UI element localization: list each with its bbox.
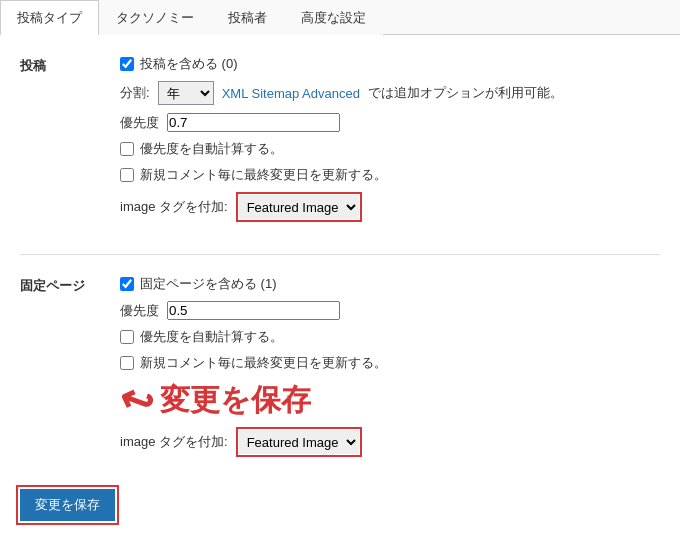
section-divider [20,254,660,255]
tab-author[interactable]: 投稿者 [211,0,284,35]
page-image-tag-select[interactable]: Featured Image None All Images [239,430,359,454]
post-priority-input[interactable] [167,113,340,132]
page-update-comment-checkbox[interactable] [120,356,134,370]
page-include-checkbox[interactable] [120,277,134,291]
tab-content: 投稿 投稿を含める (0) 分割: 年 月 週 日 [0,35,680,541]
page-update-comment-text: 新規コメント毎に最終変更日を更新する。 [140,354,387,372]
post-auto-priority-checkbox[interactable] [120,142,134,156]
post-image-tag-row: image タグを付加: Featured Image None All Ima… [120,192,660,222]
page-auto-priority-checkbox[interactable] [120,330,134,344]
page-auto-priority-label[interactable]: 優先度を自動計算する。 [120,328,283,346]
page-section-fields: 固定ページを含める (1) 優先度 優先度を自動計算する。 [120,275,660,465]
page-include-text: 固定ページを含める (1) [140,275,277,293]
post-section-label: 投稿 [20,55,120,230]
tab-post-type[interactable]: 投稿タイプ [0,0,99,35]
post-section: 投稿 投稿を含める (0) 分割: 年 月 週 日 [20,55,660,230]
arrow-symbol: ↩ [114,376,160,425]
post-update-comment-row: 新規コメント毎に最終変更日を更新する。 [120,166,660,184]
page-section: 固定ページ 固定ページを含める (1) 優先度 [20,275,660,465]
post-auto-priority-label[interactable]: 優先度を自動計算する。 [120,140,283,158]
post-update-comment-label[interactable]: 新規コメント毎に最終変更日を更新する。 [120,166,387,184]
page-include-row: 固定ページを含める (1) [120,275,660,293]
post-update-comment-checkbox[interactable] [120,168,134,182]
page-wrapper: 投稿タイプ タクソノミー 投稿者 高度な設定 投稿 投稿を含める (0) 分割: [0,0,680,546]
page-include-label[interactable]: 固定ページを含める (1) [120,275,277,293]
post-priority-row: 優先度 [120,113,660,132]
page-priority-input[interactable] [167,301,340,320]
post-split-link-suffix: では追加オプションが利用可能。 [368,84,563,102]
save-button[interactable]: 変更を保存 [20,489,115,521]
page-section-label: 固定ページ [20,275,120,465]
post-image-tag-select[interactable]: Featured Image None All Images [239,195,359,219]
post-auto-priority-text: 優先度を自動計算する。 [140,140,283,158]
page-priority-label: 優先度 [120,302,159,320]
post-split-select[interactable]: 年 月 週 日 なし [158,81,214,105]
post-auto-priority-row: 優先度を自動計算する。 [120,140,660,158]
post-update-comment-text: 新規コメント毎に最終変更日を更新する。 [140,166,387,184]
post-priority-label: 優先度 [120,114,159,132]
post-image-tag-select-wrapper: Featured Image None All Images [236,192,362,222]
page-auto-priority-row: 優先度を自動計算する。 [120,328,660,346]
post-split-label: 分割: [120,84,150,102]
post-split-link[interactable]: XML Sitemap Advanced [222,86,360,101]
annotation-text: 変更を保存 [160,380,311,421]
page-priority-row: 優先度 [120,301,660,320]
post-image-tag-label: image タグを付加: [120,198,228,216]
tab-taxonomy[interactable]: タクソノミー [99,0,211,35]
tabs-bar: 投稿タイプ タクソノミー 投稿者 高度な設定 [0,0,680,35]
page-image-tag-row: image タグを付加: Featured Image None All Ima… [120,427,660,457]
page-image-tag-label: image タグを付加: [120,433,228,451]
page-image-tag-annotation-area: ↩ 変更を保存 image タグを付加: Featured Image None… [120,380,660,457]
post-include-label[interactable]: 投稿を含める (0) [120,55,238,73]
page-image-tag-select-wrapper: Featured Image None All Images [236,427,362,457]
tab-advanced[interactable]: 高度な設定 [284,0,383,35]
save-btn-wrapper: 変更を保存 [20,489,660,521]
post-split-row: 分割: 年 月 週 日 なし XML Sitemap Advanced では追加… [120,81,660,105]
page-update-comment-row: 新規コメント毎に最終変更日を更新する。 [120,354,660,372]
post-include-text: 投稿を含める (0) [140,55,238,73]
post-include-checkbox[interactable] [120,57,134,71]
annotation-label: ↩ 変更を保存 [120,380,311,421]
page-auto-priority-text: 優先度を自動計算する。 [140,328,283,346]
page-update-comment-label[interactable]: 新規コメント毎に最終変更日を更新する。 [120,354,387,372]
post-section-fields: 投稿を含める (0) 分割: 年 月 週 日 なし XML Sitemap Ad… [120,55,660,230]
post-include-row: 投稿を含める (0) [120,55,660,73]
